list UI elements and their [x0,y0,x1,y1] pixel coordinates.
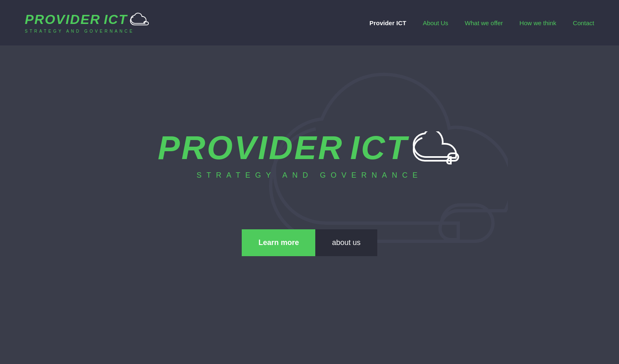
site-header: PROVIDER ICT STRATEGY AND GOVERNANCE Pro… [0,0,619,45]
hero-subtitle-text: STRATEGY AND GOVERNANCE [197,171,422,180]
hero-ict-text: ICT [350,129,408,167]
nav-item-provider-ict[interactable]: Provider ICT [369,19,406,26]
cta-green-part: Learn more [242,229,315,256]
hero-cloud-icon [412,131,461,164]
logo-ict-text: ICT [104,12,128,27]
nav-item-about-us[interactable]: About Us [423,19,448,26]
nav-item-how-we-think[interactable]: How we think [519,19,556,26]
nav-item-contact[interactable]: Contact [573,19,594,26]
logo-cloud-icon [129,12,150,27]
hero-logo-main: PROVIDER ICT [158,129,462,167]
learn-more-button[interactable]: Learn more about us [242,229,377,256]
logo-provider-text: PROVIDER [25,12,100,27]
main-nav: Provider ICT About Us What we offer How … [369,19,594,26]
cta-dark-part: about us [315,229,377,256]
hero-provider-text: PROVIDER [158,129,344,167]
logo-subtitle: STRATEGY AND GOVERNANCE [25,29,150,33]
hero-section: PROVIDER ICT STRATEGY AND GOVERNANCE Lea… [0,0,619,364]
hero-content: PROVIDER ICT STRATEGY AND GOVERNANCE [158,129,462,180]
logo-main: PROVIDER ICT [25,12,150,27]
cta-area: Learn more about us [242,229,377,256]
logo-area: PROVIDER ICT STRATEGY AND GOVERNANCE [25,12,150,33]
nav-item-what-we-offer[interactable]: What we offer [465,19,503,26]
